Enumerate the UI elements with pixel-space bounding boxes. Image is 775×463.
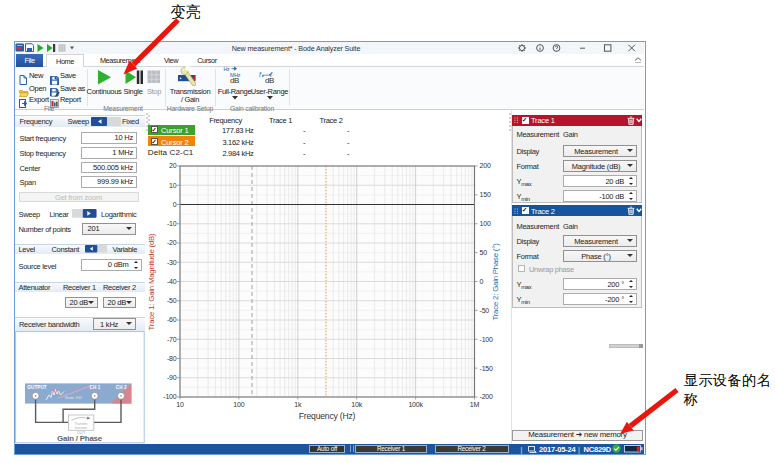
- svg-text:100: 100: [480, 220, 491, 227]
- svg-text:-100: -100: [480, 336, 494, 343]
- svg-text:1k: 1k: [294, 401, 302, 408]
- svg-text:0: 0: [480, 278, 484, 285]
- svg-text:100: 100: [233, 401, 244, 408]
- svg-text:CH 1: CH 1: [90, 385, 101, 390]
- svg-text:10k: 10k: [351, 401, 362, 408]
- svg-text:-40: -40: [167, 278, 177, 285]
- svg-text:50: 50: [480, 249, 488, 256]
- svg-text:-70: -70: [167, 336, 177, 343]
- svg-text:-150: -150: [480, 365, 494, 372]
- svg-text:Frequency (Hz): Frequency (Hz): [299, 411, 356, 421]
- svg-text:-90: -90: [167, 374, 177, 381]
- svg-text:20: 20: [169, 162, 177, 169]
- svg-text:1M: 1M: [470, 401, 480, 408]
- svg-text:Trace 2: Gain Phase (°): Trace 2: Gain Phase (°): [491, 243, 500, 321]
- svg-text:-200: -200: [480, 393, 494, 400]
- svg-text:Trace 1: Gain Magnitude (dB): Trace 1: Gain Magnitude (dB): [147, 233, 156, 330]
- svg-text:200: 200: [480, 162, 491, 169]
- svg-text:-80: -80: [167, 355, 177, 362]
- svg-text:-30: -30: [167, 259, 177, 266]
- svg-text:function: function: [75, 426, 88, 430]
- svg-text:-60: -60: [167, 316, 177, 323]
- svg-text:-50: -50: [167, 297, 177, 304]
- svg-text:Bode 100: Bode 100: [65, 396, 81, 400]
- svg-text:150: 150: [480, 191, 491, 198]
- svg-text:-100: -100: [163, 393, 177, 400]
- svg-text:-10: -10: [167, 220, 177, 227]
- svg-text:CH 2: CH 2: [116, 385, 127, 390]
- svg-text:0: 0: [173, 201, 177, 208]
- svg-text:-20: -20: [167, 239, 177, 246]
- svg-text:Gain / Phase: Gain / Phase: [57, 434, 103, 443]
- svg-text:10: 10: [169, 182, 177, 189]
- svg-text:10: 10: [176, 401, 184, 408]
- svg-text:OUTPUT: OUTPUT: [27, 385, 47, 390]
- svg-text:-50: -50: [480, 307, 490, 314]
- svg-text:100k: 100k: [408, 401, 423, 408]
